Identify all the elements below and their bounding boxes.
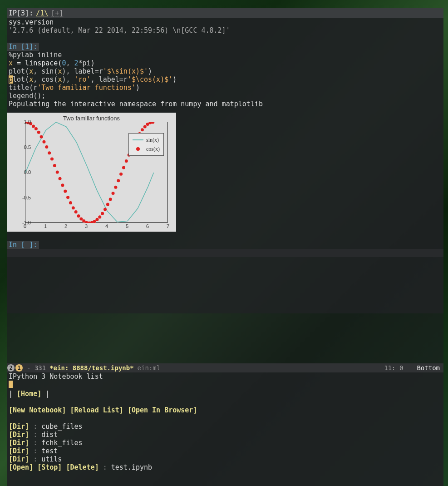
x-tick: 7 xyxy=(167,223,169,229)
text-cursor: p xyxy=(9,75,13,84)
cos-dot xyxy=(59,177,62,180)
open-button[interactable]: [Open] xyxy=(9,463,33,471)
dir-button[interactable]: [Dir] xyxy=(9,422,29,431)
code-line[interactable]: %pylab inline xyxy=(9,51,442,59)
y-tick: -0.5 xyxy=(15,195,31,200)
cos-dot xyxy=(42,140,45,144)
cell0-output-line1: sys.version xyxy=(7,18,443,26)
cos-dot xyxy=(151,122,154,124)
delete-button[interactable]: [Delete] xyxy=(66,463,98,471)
plot-legend: sin(x) cos(x) xyxy=(128,133,164,156)
scroll-pos: Bottom xyxy=(408,364,440,372)
notebooklist-pane[interactable]: IPython 3 Notebook list | [Home] | [New … xyxy=(7,372,443,486)
dir-name: fchk_files xyxy=(41,439,82,447)
cos-dot xyxy=(117,179,120,182)
cos-dot xyxy=(103,208,107,211)
y-tick: -1.0 xyxy=(15,220,31,225)
cos-dot xyxy=(141,128,144,131)
code-line[interactable]: title(r'Two familiar functions') xyxy=(9,84,442,92)
code-line[interactable]: x = linspace(0, 2*pi) xyxy=(9,59,442,67)
cell-empty-prompt: In [ ]: xyxy=(7,241,39,249)
cos-dot xyxy=(40,135,43,139)
action-row: [New Notebook] [Reload List] [Open In Br… xyxy=(9,406,442,414)
y-tick: 0.0 xyxy=(15,169,31,175)
cos-dot xyxy=(48,151,51,154)
major-mode: ein:ml xyxy=(134,364,164,372)
dir-button[interactable]: [Dir] xyxy=(9,431,29,439)
new-notebook-button[interactable]: [New Notebook] xyxy=(9,406,66,414)
home-button[interactable]: [Home] xyxy=(17,390,41,398)
dir-name: utils xyxy=(41,455,62,463)
dir-row: [Dir] : utils xyxy=(9,455,442,463)
dir-row: [Dir] : cube_files xyxy=(9,422,442,431)
cos-dot xyxy=(37,131,40,134)
cos-dot xyxy=(93,220,96,223)
cos-dot xyxy=(50,158,54,161)
dir-row: [Dir] : fchk_files xyxy=(9,439,442,447)
x-tick: 2 xyxy=(64,223,67,229)
file-name: test.ipynb xyxy=(111,463,152,471)
cos-dot xyxy=(45,145,48,149)
cos-dot xyxy=(112,192,115,195)
open-in-browser-button[interactable]: [Open In Browser] xyxy=(128,406,197,414)
cos-dot xyxy=(106,203,109,206)
cos-dot xyxy=(122,166,125,169)
reload-list-button[interactable]: [Reload List] xyxy=(70,406,123,414)
cos-dot xyxy=(66,196,69,199)
cos-dot xyxy=(64,190,67,193)
plot-title: Two familiar functions xyxy=(7,115,176,122)
notebooklist-title: IPython 3 Notebook list xyxy=(9,372,442,381)
dir-name: cube_files xyxy=(41,422,82,431)
dir-button[interactable]: [Dir] xyxy=(9,455,29,463)
winnum-badge: 1 xyxy=(15,364,23,372)
plot-axes: sin(x) cos(x) xyxy=(25,122,168,223)
cos-dot xyxy=(119,173,123,176)
cos-dot xyxy=(95,218,98,221)
cos-dot xyxy=(143,125,147,128)
cos-dot xyxy=(34,127,38,130)
cell0-output-line2: '2.7.6 (default, Mar 22 2014, 22:59:56) … xyxy=(7,26,443,35)
code-line[interactable]: legend(); xyxy=(9,92,442,100)
dir-row: [Dir] : dist xyxy=(9,431,442,439)
emacs-frame: IP[3]: /1\ [+] sys.version '2.7.6 (defau… xyxy=(7,8,443,473)
worksheet-tab-bar: IP[3]: /1\ [+] xyxy=(7,8,443,18)
worksheet-add-tab[interactable]: [+] xyxy=(51,9,63,17)
cell1-code[interactable]: %pylab inline x = linspace(0, 2*pi) plot… xyxy=(7,51,443,100)
cos-dot xyxy=(77,214,80,218)
x-tick: 5 xyxy=(126,223,128,229)
cos-dot xyxy=(79,218,83,221)
legend-entry: sin(x) xyxy=(146,137,159,144)
x-tick: 4 xyxy=(105,223,108,229)
cursor-icon xyxy=(9,381,13,388)
dir-row: [Dir] : test xyxy=(9,447,442,455)
stop-button[interactable]: [Stop] xyxy=(37,463,62,471)
y-tick: 0.5 xyxy=(15,144,31,150)
cos-dot xyxy=(114,186,117,189)
dir-button[interactable]: [Dir] xyxy=(9,439,29,447)
dir-name: test xyxy=(41,447,58,455)
code-line[interactable]: plot(x, sin(x), label=r'$\sin(x)$') xyxy=(9,67,442,75)
cell1-stdout: Populating the interactive namespace fro… xyxy=(7,100,443,108)
worksheet-tab-active[interactable]: /1\ xyxy=(36,9,48,17)
cos-dot xyxy=(98,215,101,218)
dir-name: dist xyxy=(41,431,58,439)
legend-dot-icon xyxy=(136,147,140,151)
file-row: [Open] [Stop] [Delete] : test.ipynb xyxy=(9,463,442,471)
cos-dot xyxy=(32,124,35,128)
cos-dot xyxy=(56,170,59,174)
x-tick: 1 xyxy=(44,223,47,229)
cos-dot xyxy=(109,198,112,201)
cos-dot xyxy=(69,201,72,204)
modeline-1[interactable]: 2 1 - 331 *ein: 8888/test.ipynb* ein:ml … xyxy=(7,363,443,372)
buffer-name: *ein: 8888/test.ipynb* xyxy=(49,364,133,372)
cos-dot xyxy=(74,210,78,213)
cos-dot xyxy=(53,164,56,167)
legend-line-icon xyxy=(133,139,143,140)
notebook-pane[interactable]: IP[3]: /1\ [+] sys.version '2.7.6 (defau… xyxy=(7,8,443,313)
plot-figure: Two familiar functions sin(x) cos(x) -1.… xyxy=(7,113,176,232)
dir-button[interactable]: [Dir] xyxy=(9,447,29,455)
ip-prompt: IP[3]: xyxy=(9,9,33,17)
code-line[interactable]: plot(x, cos(x), 'ro', label=r'$\cos(x)$'… xyxy=(9,75,442,84)
x-tick: 3 xyxy=(85,223,88,229)
cell-empty-body[interactable] xyxy=(7,249,443,257)
